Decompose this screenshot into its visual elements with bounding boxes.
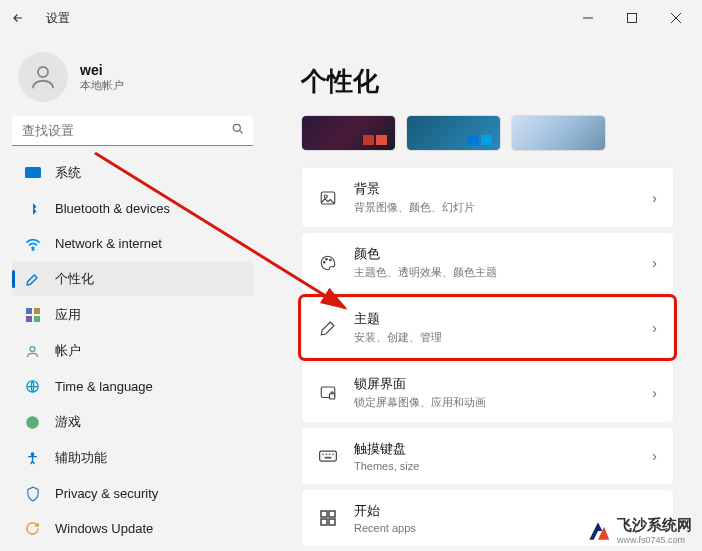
theme-preview-1[interactable] [301,115,396,151]
update-icon [24,520,41,537]
svg-rect-1 [628,14,637,23]
nav-label: Windows Update [55,521,153,536]
card-background[interactable]: 背景 背景图像、颜色、幻灯片 › [301,167,674,228]
shield-icon [24,485,41,502]
search-box [12,116,253,146]
settings-window: 设置 wei 本地帐户 [0,0,702,551]
sidebar-item-time[interactable]: Time & language [12,370,253,403]
card-touchkeyboard[interactable]: 触摸键盘 Themes, size › [301,427,674,485]
nav-label: 应用 [55,306,81,324]
svg-rect-11 [26,316,32,322]
svg-line-6 [239,130,242,133]
globe-icon [24,378,41,395]
back-button[interactable] [8,8,28,28]
card-sub: 锁定屏幕图像、应用和动画 [354,395,636,410]
titlebar: 设置 [0,0,702,36]
start-icon [318,508,338,528]
sidebar-item-accessibility[interactable]: 辅助功能 [12,441,253,475]
card-title: 主题 [354,310,636,328]
card-body: 锁屏界面 锁定屏幕图像、应用和动画 [354,375,636,410]
card-sub: 主题色、透明效果、颜色主题 [354,265,636,280]
nav-label: 游戏 [55,413,81,431]
sidebar-item-personalization[interactable]: 个性化 [12,262,253,296]
user-sub: 本地帐户 [80,78,124,93]
sidebar-item-accounts[interactable]: 帐户 [12,334,253,368]
svg-point-15 [26,416,39,429]
theme-preview-2[interactable] [406,115,501,151]
svg-point-18 [324,195,327,198]
keyboard-icon [318,446,338,466]
card-colors[interactable]: 颜色 主题色、透明效果、颜色主题 › [301,232,674,293]
user-name: wei [80,62,124,78]
sidebar-item-network[interactable]: Network & internet [12,227,253,260]
svg-rect-24 [320,451,337,461]
image-icon [318,188,338,208]
card-body: 背景 背景图像、颜色、幻灯片 [354,180,636,215]
nav-label: Bluetooth & devices [55,201,170,216]
nav-label: Time & language [55,379,153,394]
sidebar-item-privacy[interactable]: Privacy & security [12,477,253,510]
account-icon [24,343,41,360]
card-title: 锁屏界面 [354,375,636,393]
minimize-button[interactable] [566,3,610,33]
watermark-logo-icon [585,518,611,544]
card-body: 主题 安装、创建、管理 [354,310,636,345]
wifi-icon [24,235,41,252]
user-info: wei 本地帐户 [80,62,124,93]
system-icon [24,165,41,182]
svg-point-20 [326,258,328,260]
nav-label: Network & internet [55,236,162,251]
svg-rect-30 [321,511,327,517]
apps-icon [24,307,41,324]
card-title: 触摸键盘 [354,440,636,458]
search-icon [231,122,245,140]
svg-rect-32 [321,519,327,525]
svg-point-19 [324,261,326,263]
nav-label: 个性化 [55,270,94,288]
card-body: 触摸键盘 Themes, size [354,440,636,472]
card-body: 颜色 主题色、透明效果、颜色主题 [354,245,636,280]
brush-icon [24,271,41,288]
svg-rect-7 [25,167,41,178]
search-input[interactable] [12,116,253,146]
sidebar-item-update[interactable]: Windows Update [12,512,253,545]
sidebar-item-gaming[interactable]: 游戏 [12,405,253,439]
svg-point-4 [38,67,48,77]
watermark: 飞沙系统网 www.fs0745.com [585,516,692,545]
maximize-button[interactable] [610,3,654,33]
chevron-right-icon: › [652,320,657,336]
nav: 系统 Bluetooth & devices Network & interne… [12,156,253,545]
card-themes[interactable]: 主题 安装、创建、管理 › [301,297,674,358]
nav-label: 辅助功能 [55,449,107,467]
gaming-icon [24,414,41,431]
card-sub: 背景图像、颜色、幻灯片 [354,200,636,215]
card-title: 背景 [354,180,636,198]
theme-preview-3[interactable] [511,115,606,151]
main-content: 个性化 背景 背景图像、颜色、幻灯片 › [265,36,702,551]
sidebar-item-system[interactable]: 系统 [12,156,253,190]
svg-point-8 [32,248,34,250]
sidebar-item-apps[interactable]: 应用 [12,298,253,332]
svg-rect-9 [26,308,32,314]
card-sub: Themes, size [354,460,636,472]
svg-rect-12 [34,316,40,322]
palette-icon [318,253,338,273]
card-sub: 安装、创建、管理 [354,330,636,345]
nav-label: Privacy & security [55,486,158,501]
card-lockscreen[interactable]: 锁屏界面 锁定屏幕图像、应用和动画 › [301,362,674,423]
titlebar-left: 设置 [8,8,70,28]
watermark-text: 飞沙系统网 www.fs0745.com [617,516,692,545]
avatar [18,52,68,102]
svg-rect-10 [34,308,40,314]
sidebar-item-bluetooth[interactable]: Bluetooth & devices [12,192,253,225]
window-title: 设置 [46,10,70,27]
bluetooth-icon [24,200,41,217]
close-button[interactable] [654,3,698,33]
lock-icon [318,383,338,403]
svg-point-21 [330,259,332,261]
window-controls [566,3,698,33]
svg-point-16 [31,452,34,455]
svg-rect-33 [329,519,335,525]
svg-point-13 [30,346,35,351]
user-block[interactable]: wei 本地帐户 [12,46,253,116]
